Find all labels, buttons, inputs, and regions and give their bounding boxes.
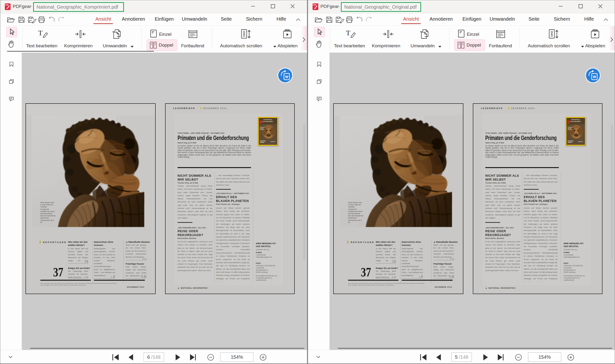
svg-text:GEOGRAPHIC: GEOGRAPHIC xyxy=(570,120,581,122)
svg-text:W: W xyxy=(593,75,596,79)
svg-text:W: W xyxy=(285,75,289,79)
svg-text:NATIONAL: NATIONAL xyxy=(571,119,580,120)
svg-text:NATIONAL: NATIONAL xyxy=(263,119,272,120)
svg-text:GEOGRAPHIC: GEOGRAPHIC xyxy=(263,120,273,122)
svg-text:T: T xyxy=(346,29,350,37)
svg-text:T: T xyxy=(38,29,42,37)
